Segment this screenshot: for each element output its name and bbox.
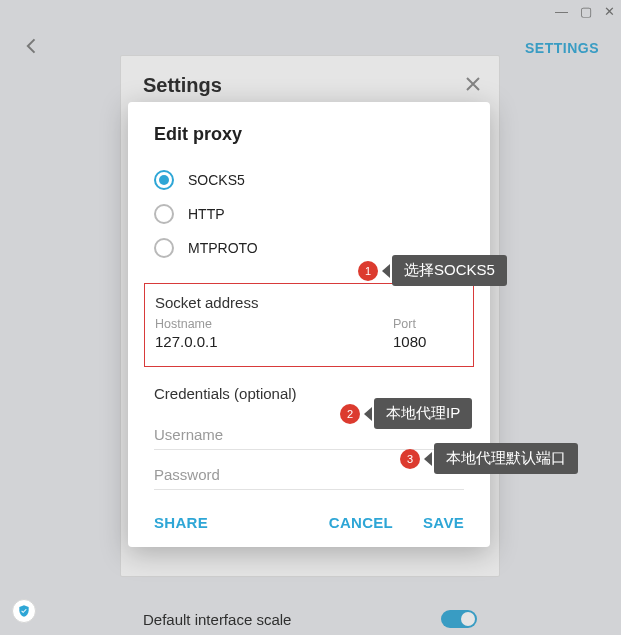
- window-controls: — ▢ ✕: [555, 4, 615, 19]
- socket-address-label: Socket address: [155, 294, 463, 311]
- interface-scale-toggle[interactable]: [441, 610, 477, 628]
- callout-3: 3 本地代理默认端口: [400, 443, 578, 474]
- back-arrow-icon[interactable]: [22, 36, 42, 61]
- callout-badge: 1: [358, 261, 378, 281]
- edit-proxy-modal: Edit proxy SOCKS5 HTTP MTPROTO Socket ad…: [128, 102, 490, 547]
- window-max-icon[interactable]: ▢: [580, 4, 592, 19]
- callout-text: 选择SOCKS5: [392, 255, 507, 286]
- callout-badge: 3: [400, 449, 420, 469]
- hostname-label: Hostname: [155, 317, 353, 331]
- socket-address-section: Socket address Hostname 127.0.0.1 Port 1…: [144, 283, 474, 367]
- cancel-button[interactable]: CANCEL: [329, 514, 393, 531]
- callout-text: 本地代理默认端口: [434, 443, 578, 474]
- proxy-type-http[interactable]: HTTP: [128, 197, 490, 231]
- radio-label: MTPROTO: [188, 240, 258, 256]
- callout-2: 2 本地代理IP: [340, 398, 472, 429]
- settings-link[interactable]: SETTINGS: [525, 40, 599, 56]
- radio-icon: [154, 204, 174, 224]
- callout-pointer-icon: [364, 407, 372, 421]
- modal-title: Edit proxy: [128, 124, 490, 163]
- settings-close-icon[interactable]: [465, 74, 481, 97]
- callout-text: 本地代理IP: [374, 398, 472, 429]
- hostname-value: 127.0.0.1: [155, 331, 353, 350]
- connection-shield-icon[interactable]: [12, 599, 36, 623]
- radio-label: HTTP: [188, 206, 225, 222]
- port-field[interactable]: Port 1080: [393, 317, 463, 350]
- share-button[interactable]: SHARE: [154, 514, 208, 531]
- window-min-icon[interactable]: —: [555, 4, 568, 19]
- callout-badge: 2: [340, 404, 360, 424]
- callout-pointer-icon: [382, 264, 390, 278]
- proxy-type-socks5[interactable]: SOCKS5: [128, 163, 490, 197]
- hostname-field[interactable]: Hostname 127.0.0.1: [155, 317, 353, 350]
- modal-actions: SHARE CANCEL SAVE: [128, 490, 490, 531]
- callout-pointer-icon: [424, 452, 432, 466]
- save-button[interactable]: SAVE: [423, 514, 464, 531]
- radio-label: SOCKS5: [188, 172, 245, 188]
- port-label: Port: [393, 317, 463, 331]
- radio-icon: [154, 170, 174, 190]
- radio-icon: [154, 238, 174, 258]
- port-value: 1080: [393, 331, 463, 350]
- window-close-icon[interactable]: ✕: [604, 4, 615, 19]
- settings-title: Settings: [143, 74, 477, 97]
- callout-1: 1 选择SOCKS5: [358, 255, 507, 286]
- interface-scale-label: Default interface scale: [143, 611, 441, 628]
